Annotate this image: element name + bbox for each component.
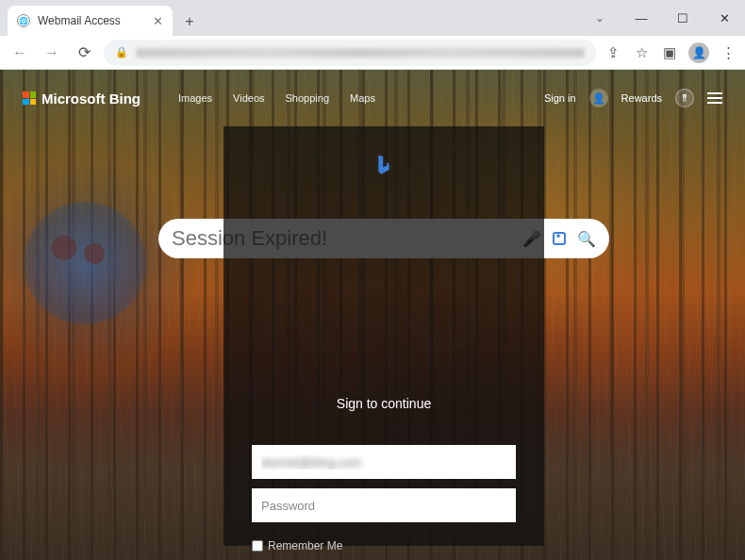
modal-logo (252, 153, 516, 181)
globe-icon: 🌐 (17, 14, 30, 27)
microsoft-logo-icon (23, 91, 36, 105)
modal-subtitle: Sign to continue (252, 396, 516, 411)
nav-maps[interactable]: Maps (350, 92, 375, 104)
back-button[interactable]: ← (8, 41, 32, 65)
profile-avatar-icon[interactable]: 👤 (688, 42, 709, 63)
search-icon[interactable]: 🔍 (577, 230, 596, 248)
minimize-button[interactable]: — (621, 0, 662, 36)
extensions-icon[interactable]: ▣ (660, 43, 679, 62)
image-search-icon[interactable] (553, 232, 566, 245)
nav-shopping[interactable]: Shopping (286, 92, 330, 104)
bing-logo[interactable]: Microsoft Bing (23, 91, 141, 107)
maximize-button[interactable]: ☐ (662, 0, 704, 36)
remember-label: Remember Me (268, 539, 342, 552)
reload-button[interactable]: ⟳ (72, 41, 96, 65)
browser-toolbar: ← → ⟳ 🔒 ⇪ ☆ ▣ 👤 ⋮ (0, 36, 745, 70)
url-text-blurred (136, 48, 585, 58)
email-field[interactable] (252, 445, 516, 479)
share-icon[interactable]: ⇪ (604, 43, 622, 62)
address-bar[interactable]: 🔒 (104, 40, 596, 66)
close-window-button[interactable]: ✕ (704, 0, 745, 36)
background-decoration (24, 202, 146, 324)
nav-images[interactable]: Images (178, 92, 212, 104)
tab-title: Webmail Access (38, 14, 145, 27)
browser-tab[interactable]: 🌐 Webmail Access ✕ (8, 6, 173, 36)
hamburger-menu-icon[interactable] (707, 92, 722, 104)
user-avatar-icon[interactable]: 👤 (589, 89, 608, 107)
password-field[interactable] (252, 488, 516, 522)
signin-link[interactable]: Sign in (544, 92, 576, 104)
browser-tab-strip: 🌐 Webmail Access ✕ + ⌄ — ☐ ✕ (0, 0, 745, 36)
remember-me[interactable]: Remember Me (252, 539, 516, 552)
remember-checkbox[interactable] (252, 540, 263, 552)
rewards-link[interactable]: Rewards (621, 92, 662, 104)
bing-header: Microsoft Bing Images Videos Shopping Ma… (0, 79, 745, 117)
close-icon[interactable]: ✕ (153, 14, 163, 28)
new-tab-button[interactable]: + (180, 13, 199, 30)
nav-videos[interactable]: Videos (233, 92, 264, 104)
forward-button[interactable]: → (40, 41, 64, 65)
bing-b-icon (374, 153, 393, 177)
rewards-medal-icon[interactable]: 🎖 (675, 89, 694, 107)
page-viewport: NFO Microsoft Bing Images Videos Shoppin… (0, 70, 745, 560)
chevron-down-icon[interactable]: ⌄ (579, 0, 621, 36)
login-modal: Sign to continue Remember Me Sign in (224, 126, 544, 546)
star-icon[interactable]: ☆ (632, 43, 651, 62)
bing-brand-text: Microsoft Bing (41, 91, 141, 107)
kebab-menu-icon[interactable]: ⋮ (719, 43, 737, 62)
lock-icon: 🔒 (115, 46, 128, 58)
